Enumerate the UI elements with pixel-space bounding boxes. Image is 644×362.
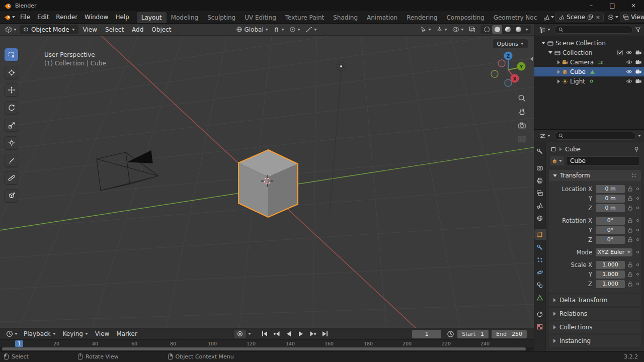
row-label[interactable]: Camera	[570, 59, 594, 66]
outliner-row-camera[interactable]: Camera	[534, 57, 644, 67]
timeline-ruler[interactable]: 20 40 60 80 100 120 140 160 180 200 220 …	[0, 339, 534, 347]
tab-geometry-nodes[interactable]: Geometry Noc	[489, 12, 542, 24]
tab-shading[interactable]: Shading	[329, 12, 362, 24]
menu-file[interactable]: File	[17, 13, 34, 22]
tab-compositing[interactable]: Compositing	[442, 12, 489, 24]
viewlayer-selector[interactable]: ViewLayer ×	[620, 13, 644, 22]
timeline-scrollbar[interactable]	[0, 347, 534, 351]
lock-icon[interactable]	[628, 281, 632, 287]
lock-icon[interactable]	[628, 237, 632, 242]
next-keyframe-button[interactable]	[307, 330, 319, 338]
tab-constraints[interactable]	[534, 280, 546, 290]
shading-rendered-button[interactable]	[513, 25, 523, 34]
axis-minus-z-ball[interactable]	[505, 79, 512, 86]
outliner-row-light[interactable]: Light	[534, 76, 644, 86]
move-tool[interactable]	[5, 83, 18, 97]
editor-type-button[interactable]	[3, 25, 19, 34]
animate-dot[interactable]	[636, 197, 639, 200]
render-visibility-icon[interactable]	[635, 69, 641, 74]
rotation-x-field[interactable]: 0°	[596, 217, 625, 225]
panel-grip-icon[interactable]	[631, 173, 637, 178]
mode-select[interactable]: Object Mode	[20, 25, 78, 34]
tab-animation[interactable]: Animation	[362, 12, 402, 24]
tab-layout[interactable]: Layout	[137, 12, 167, 24]
lock-icon[interactable]	[628, 262, 632, 267]
chevron-down-icon[interactable]	[248, 333, 251, 335]
shading-material-button[interactable]	[503, 25, 513, 34]
falloff-button[interactable]	[303, 25, 319, 34]
playhead[interactable]: 1	[15, 340, 23, 347]
tab-physics[interactable]	[534, 267, 546, 278]
row-label[interactable]: Cube	[570, 68, 586, 75]
checkbox-icon[interactable]	[617, 50, 623, 55]
use-preview-range-icon[interactable]	[447, 330, 454, 338]
play-reverse-button[interactable]	[283, 330, 295, 338]
render-visibility-icon[interactable]	[635, 79, 641, 83]
duplicate-icon[interactable]	[587, 14, 593, 20]
scale-x-field[interactable]: 1.000	[596, 261, 625, 269]
cursor-tool[interactable]	[5, 66, 18, 79]
animate-dot[interactable]	[636, 207, 639, 209]
eye-icon[interactable]	[626, 50, 632, 55]
navigation-gizmo[interactable]: Z Y X	[486, 47, 531, 93]
menu-help[interactable]: Help	[112, 13, 132, 22]
filter-icon[interactable]	[635, 27, 641, 33]
ortho-grid-icon[interactable]	[518, 135, 526, 143]
tab-sculpting[interactable]: Sculpting	[203, 12, 240, 24]
menu-window[interactable]: Window	[81, 13, 112, 22]
close-button[interactable]: ×	[623, 0, 644, 11]
tab-modifiers[interactable]	[534, 242, 546, 252]
rotation-y-field[interactable]: 0°	[596, 226, 625, 234]
menu-select[interactable]: Select	[102, 25, 127, 34]
camera-data-icon[interactable]	[598, 60, 603, 64]
menu-marker[interactable]: Marker	[113, 329, 140, 338]
scene-selector[interactable]: Scene ×	[555, 13, 604, 22]
disclosure-icon[interactable]	[557, 60, 560, 64]
viewport-3d[interactable]: User Perspective (1) Collection | Cube O…	[0, 36, 534, 328]
camera-object[interactable]	[97, 151, 158, 191]
scale-tool[interactable]	[5, 119, 18, 132]
tab-object-data[interactable]	[534, 292, 546, 303]
tab-world[interactable]	[534, 213, 546, 223]
light-data-icon[interactable]	[589, 79, 594, 83]
outliner-row-cube[interactable]: Cube	[534, 67, 644, 76]
outliner-row-scene-collection[interactable]: Scene Collection	[534, 38, 644, 48]
scale-z-field[interactable]: 1.000	[596, 280, 625, 288]
row-label[interactable]: Scene Collection	[555, 40, 606, 47]
current-frame-field[interactable]: 1	[412, 330, 441, 338]
row-label[interactable]: Collection	[562, 49, 592, 56]
axis-minus-y-ball[interactable]	[491, 70, 498, 77]
lock-icon[interactable]	[628, 196, 632, 201]
disclosure-icon[interactable]	[548, 51, 552, 54]
menu-keying[interactable]: Keying	[60, 329, 91, 338]
chevron-down-icon[interactable]	[638, 135, 641, 137]
scale-y-field[interactable]: 1.000	[596, 270, 625, 279]
tab-texture-paint[interactable]: Texture Paint	[281, 12, 329, 24]
tab-output[interactable]	[534, 175, 546, 186]
tab-material[interactable]	[534, 309, 546, 319]
maximize-button[interactable]: □	[602, 0, 623, 11]
disclosure-icon[interactable]	[557, 79, 560, 83]
jump-to-start-button[interactable]	[259, 330, 271, 338]
id-browse-button[interactable]	[550, 156, 564, 165]
play-button[interactable]	[295, 330, 307, 338]
properties-editor-type-button[interactable]	[537, 132, 552, 140]
shading-solid-button[interactable]	[492, 25, 502, 34]
annotate-tool[interactable]	[5, 154, 18, 167]
animate-dot[interactable]	[636, 273, 639, 276]
blender-menu-button[interactable]	[3, 13, 17, 21]
properties-search-input[interactable]	[554, 132, 636, 140]
outliner-row-collection[interactable]: Collection	[534, 48, 644, 57]
menu-edit[interactable]: Edit	[34, 13, 52, 22]
location-x-field[interactable]: 0 m	[596, 185, 625, 193]
lock-icon[interactable]	[628, 218, 632, 223]
lock-icon[interactable]	[628, 205, 632, 211]
jump-to-end-button[interactable]	[319, 330, 331, 338]
menu-render[interactable]: Render	[52, 13, 81, 22]
eye-icon[interactable]	[626, 79, 632, 83]
eye-icon[interactable]	[626, 69, 632, 74]
add-cube-tool[interactable]	[5, 189, 18, 202]
overlays-button[interactable]	[450, 25, 466, 34]
timeline-editor-type-button[interactable]	[4, 329, 20, 338]
animate-dot[interactable]	[636, 263, 639, 266]
